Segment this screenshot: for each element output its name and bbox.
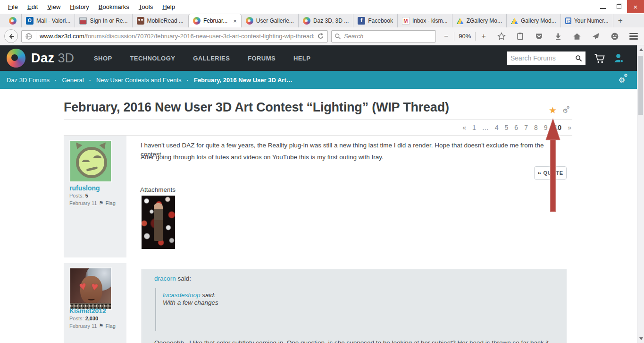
tab-inbox[interactable]: Inbox - kism...	[398, 14, 452, 27]
bookmarks-menu-button[interactable]	[516, 32, 525, 41]
browser-search-box[interactable]	[331, 30, 436, 43]
url-path: /forums/discussion/70702/february-2016-n…	[84, 33, 314, 40]
tab-gallery-mod[interactable]: Gallery Mod...	[507, 14, 561, 27]
back-button[interactable]	[4, 29, 18, 43]
page-4[interactable]: 4	[495, 124, 499, 131]
menu-history[interactable]: History	[66, 1, 93, 12]
site-logo-text[interactable]: Daz	[31, 51, 55, 66]
tab-facebook[interactable]: Facebook	[353, 14, 398, 27]
window-controls: ×	[595, 0, 644, 13]
restore-button[interactable]	[611, 0, 627, 13]
menu-help[interactable]: Help	[158, 1, 179, 12]
attachment-thumbnail[interactable]	[142, 196, 175, 249]
avatar[interactable]: ♥♥	[69, 267, 112, 310]
author-link[interactable]: Kismet2012	[69, 307, 106, 315]
search-icon[interactable]	[575, 55, 582, 62]
scrollbar[interactable]	[637, 45, 644, 343]
cart-icon[interactable]	[593, 52, 606, 64]
page-prev[interactable]: «	[462, 124, 466, 131]
tab-mail[interactable]: Mail - Valori...	[22, 14, 75, 27]
home-button[interactable]	[572, 32, 582, 41]
page-5[interactable]: 5	[505, 124, 509, 131]
nav-galleries[interactable]: GALLERIES	[193, 55, 230, 62]
daz-favicon	[9, 17, 17, 25]
menu-tools[interactable]: Tools	[134, 1, 157, 12]
tab-sign-in[interactable]: Sign In or Re...	[75, 14, 132, 27]
site-header: Daz 3D SHOP TECHNOLOGY GALLERIES FORUMS …	[0, 45, 644, 71]
tab-close-icon[interactable]: ×	[233, 17, 237, 25]
page-6[interactable]: 6	[514, 124, 518, 131]
tab-zgallery[interactable]: ZGallery Mo...	[452, 14, 507, 27]
tab-your-numer[interactable]: Your Numer...	[561, 14, 613, 27]
scrollbar-thumb[interactable]	[638, 56, 643, 115]
tab-daz3d[interactable]: Daz 3D, 3D ...	[299, 14, 353, 27]
menu-button[interactable]	[629, 32, 638, 41]
new-tab-button[interactable]: +	[613, 14, 627, 27]
menu-view[interactable]: View	[43, 1, 65, 12]
pocket-button[interactable]	[535, 32, 544, 41]
tab-user-galleries[interactable]: User Gallerie...	[242, 14, 299, 27]
separator	[454, 32, 454, 41]
daz-logo-icon[interactable]	[7, 49, 25, 68]
forum-search-box[interactable]	[507, 51, 585, 65]
nested-quoted-author-link[interactable]: lucasdestoop	[163, 292, 201, 299]
nav-shop[interactable]: SHOP	[94, 55, 112, 62]
quoted-author-link[interactable]: dracorn	[154, 275, 176, 282]
home-icon	[573, 32, 581, 41]
post-date[interactable]: February 11	[69, 323, 97, 329]
zoom-out-button[interactable]: −	[443, 32, 450, 41]
tab-mobileread[interactable]: MobileRead ...	[133, 14, 188, 27]
site-logo-3d[interactable]: 3D	[58, 51, 75, 66]
breadcrumb: Daz 3D Forums · General · New User Conte…	[0, 71, 644, 89]
thread-content: February, 2016 New User 3D Art Contest “…	[64, 89, 572, 343]
nav-forums[interactable]: FORUMS	[248, 55, 276, 62]
download-arrow-icon	[554, 33, 562, 40]
flag-link[interactable]: Flag	[105, 200, 115, 206]
nav-technology[interactable]: TECHNOLOGY	[130, 55, 175, 62]
post-date[interactable]: February 11	[69, 200, 97, 206]
breadcrumb-contests[interactable]: New User Contests and Events	[96, 77, 182, 84]
breadcrumb-forums[interactable]: Daz 3D Forums	[7, 77, 50, 84]
quote-mark-icon: “	[537, 172, 541, 177]
share-button[interactable]	[591, 32, 601, 41]
menu-bookmarks[interactable]: Bookmarks	[94, 1, 134, 12]
url-text[interactable]: www.daz3d.com/forums/discussion/70702/fe…	[40, 33, 314, 40]
zoom-level[interactable]: 90%	[459, 33, 471, 40]
menu-edit[interactable]: Edit	[23, 1, 42, 12]
flag-icon: ⚑	[99, 200, 104, 206]
thread-options-gear-icon[interactable]: ⚙⚙	[562, 107, 568, 114]
hello-button[interactable]	[610, 32, 619, 41]
avatar[interactable]	[69, 140, 112, 182]
menu-file[interactable]: File	[4, 1, 22, 12]
account-icon[interactable]	[613, 52, 624, 64]
breadcrumb-separator: ·	[89, 77, 91, 84]
breadcrumb-separator: ·	[187, 77, 189, 84]
tab-label: Gallery Mod...	[521, 17, 556, 24]
downloads-button[interactable]	[553, 32, 563, 41]
breadcrumb-general[interactable]: General	[62, 77, 84, 84]
mobileread-owl-icon	[137, 17, 144, 25]
scroll-down-icon[interactable]	[639, 337, 643, 340]
page-7[interactable]: 7	[524, 124, 528, 131]
tab-february-active[interactable]: Februar...×	[188, 14, 242, 27]
page-1[interactable]: 1	[472, 124, 476, 131]
author-link[interactable]: rufuslong	[69, 184, 100, 192]
nav-help[interactable]: HELP	[293, 55, 310, 62]
reload-icon[interactable]	[317, 33, 324, 40]
minimize-button[interactable]	[595, 0, 611, 13]
browser-search-input[interactable]	[344, 33, 433, 40]
google-drive-icon	[511, 18, 518, 24]
scroll-up-icon[interactable]	[639, 48, 643, 51]
forum-options-gears-icon[interactable]: ⚙⚙	[619, 76, 625, 85]
bookmark-star-button[interactable]	[497, 32, 506, 41]
page-8[interactable]: 8	[534, 124, 538, 131]
zoom-in-button[interactable]: +	[480, 32, 487, 41]
url-bar[interactable]: www.daz3d.com/forums/discussion/70702/fe…	[21, 30, 328, 43]
page-next[interactable]: »	[568, 124, 571, 131]
flag-link[interactable]: Flag	[105, 323, 115, 329]
close-button[interactable]: ×	[627, 0, 644, 13]
pinned-tab[interactable]	[4, 14, 22, 27]
forum-search-input[interactable]	[510, 54, 575, 62]
breadcrumb-current: February, 2016 New User 3D Art…	[194, 77, 293, 84]
bookmark-thread-star-icon[interactable]: ★	[549, 105, 557, 116]
